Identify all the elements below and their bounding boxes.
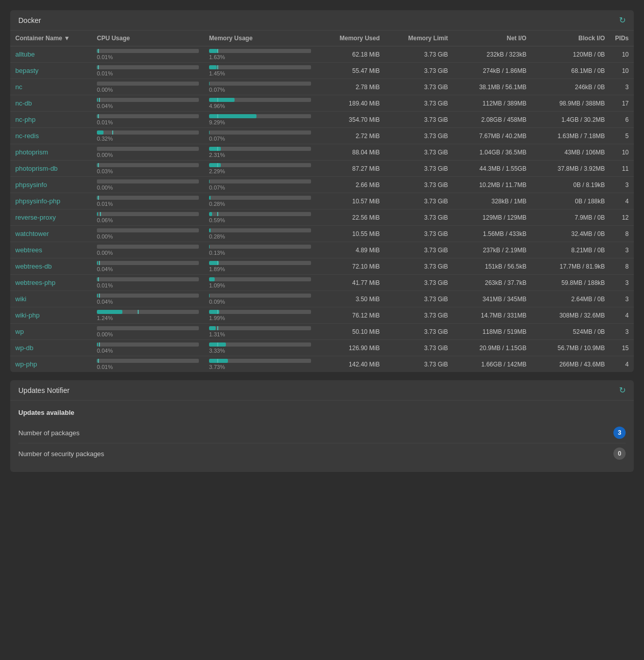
mem-bar-label: 1.45% bbox=[209, 70, 311, 76]
cpu-bar-wrapper: 0.06% bbox=[97, 212, 199, 223]
memory-used-value: 126.90 MiB bbox=[316, 340, 385, 356]
mem-bar-cell: 0.09% bbox=[204, 291, 316, 307]
container-name: nc bbox=[10, 79, 92, 95]
cpu-bar-track bbox=[97, 277, 199, 281]
cpu-bar-marker bbox=[98, 277, 99, 281]
memory-used-value: 189.40 MiB bbox=[316, 95, 385, 112]
cpu-bar-label: 0.04% bbox=[97, 266, 199, 272]
cpu-bar-wrapper: 0.01% bbox=[97, 49, 199, 60]
cpu-bar-label: 0.00% bbox=[97, 152, 199, 158]
cpu-bar-track bbox=[97, 147, 199, 151]
memory-limit-value: 3.73 GiB bbox=[385, 291, 453, 307]
cpu-bar-wrapper: 0.01% bbox=[97, 196, 199, 207]
cpu-bar-track bbox=[97, 98, 199, 102]
mem-bar-wrapper: 1.89% bbox=[209, 261, 311, 272]
mem-bar-marker bbox=[217, 49, 218, 53]
docker-refresh-icon[interactable]: ↻ bbox=[619, 15, 626, 25]
table-row: bepasty 0.01% 1.45% 55.47 MiB 3.73 GiB 2… bbox=[10, 63, 634, 79]
cpu-bar-track bbox=[97, 179, 199, 183]
mem-bar-wrapper: 0.07% bbox=[209, 130, 311, 142]
block-io-value: 1.63MB / 7.18MB bbox=[531, 128, 610, 144]
memory-used-value: 2.78 MiB bbox=[316, 79, 385, 95]
mem-bar-wrapper: 0.28% bbox=[209, 228, 311, 240]
memory-used-value: 2.66 MiB bbox=[316, 177, 385, 193]
cpu-bar-label: 0.04% bbox=[97, 348, 199, 354]
mem-bar-track bbox=[209, 212, 311, 216]
memory-used-value: 41.77 MiB bbox=[316, 275, 385, 291]
pids-value: 3 bbox=[610, 242, 634, 258]
mem-bar-fill bbox=[209, 49, 217, 53]
memory-used-value: 10.57 MiB bbox=[316, 193, 385, 209]
cpu-bar-cell: 0.01% bbox=[92, 193, 204, 209]
memory-used-value: 10.55 MiB bbox=[316, 226, 385, 242]
cpu-bar-wrapper: 0.04% bbox=[97, 261, 199, 272]
table-row: wp 0.00% 1.31% 50.10 MiB 3.73 GiB 118MB … bbox=[10, 324, 634, 340]
cpu-bar-wrapper: 0.04% bbox=[97, 342, 199, 354]
cpu-bar-marker bbox=[98, 196, 99, 200]
cpu-bar-track bbox=[97, 342, 199, 347]
mem-bar-track bbox=[209, 179, 311, 183]
mem-bar-track bbox=[209, 147, 311, 151]
cpu-bar-cell: 0.00% bbox=[92, 144, 204, 161]
mem-bar-marker bbox=[217, 65, 218, 69]
pids-value: 4 bbox=[610, 356, 634, 373]
net-io-value: 2.08GB / 458MB bbox=[453, 112, 532, 128]
cpu-bar-cell: 0.04% bbox=[92, 258, 204, 275]
mem-bar-wrapper: 0.07% bbox=[209, 179, 311, 191]
container-name: photoprism bbox=[10, 144, 92, 161]
cpu-bar-track bbox=[97, 163, 199, 167]
cpu-bar-wrapper: 0.04% bbox=[97, 98, 199, 109]
pids-value: 8 bbox=[610, 226, 634, 242]
mem-bar-cell: 0.13% bbox=[204, 242, 316, 258]
mem-bar-track bbox=[209, 163, 311, 167]
container-name: webtrees-db bbox=[10, 258, 92, 275]
net-io-value: 10.2MB / 11.7MB bbox=[453, 177, 532, 193]
update-badge: 0 bbox=[613, 447, 626, 460]
memory-limit-value: 3.73 GiB bbox=[385, 258, 453, 275]
memory-used-value: 88.04 MiB bbox=[316, 144, 385, 161]
memory-limit-value: 3.73 GiB bbox=[385, 177, 453, 193]
mem-bar-fill bbox=[209, 179, 210, 183]
mem-bar-marker bbox=[217, 342, 218, 347]
net-io-value: 328kB / 1MB bbox=[453, 193, 532, 209]
cpu-bar-fill bbox=[97, 261, 98, 265]
memory-limit-value: 3.73 GiB bbox=[385, 95, 453, 112]
cpu-bar-label: 0.01% bbox=[97, 70, 199, 76]
mem-bar-marker bbox=[217, 147, 218, 151]
net-io-value: 1.56MB / 433kB bbox=[453, 226, 532, 242]
table-row: webtrees-db 0.04% 1.89% 72.10 MiB 3.73 G… bbox=[10, 258, 634, 275]
mem-bar-label: 2.29% bbox=[209, 168, 311, 174]
cpu-bar-label: 0.01% bbox=[97, 364, 199, 370]
updates-refresh-icon[interactable]: ↻ bbox=[619, 385, 626, 395]
net-io-value: 341MB / 345MB bbox=[453, 291, 532, 307]
cpu-bar-track bbox=[97, 228, 199, 232]
cpu-bar-wrapper: 0.04% bbox=[97, 294, 199, 305]
cpu-bar-track bbox=[97, 82, 199, 86]
cpu-bar-marker bbox=[99, 98, 100, 102]
cpu-bar-label: 0.00% bbox=[97, 331, 199, 337]
mem-bar-wrapper: 0.09% bbox=[209, 294, 311, 305]
mem-bar-fill bbox=[209, 147, 221, 151]
block-io-value: 120MB / 0B bbox=[531, 46, 610, 63]
container-name: alltube bbox=[10, 46, 92, 63]
cpu-bar-fill bbox=[97, 98, 98, 102]
memory-used-value: 55.47 MiB bbox=[316, 63, 385, 79]
table-row: watchtower 0.00% 0.28% 10.55 MiB 3.73 Gi… bbox=[10, 226, 634, 242]
mem-bar-label: 1.63% bbox=[209, 54, 311, 60]
mem-bar-track bbox=[209, 130, 311, 135]
mem-bar-wrapper: 2.31% bbox=[209, 147, 311, 158]
cpu-bar-track bbox=[97, 114, 199, 118]
memory-used-value: 62.18 MiB bbox=[316, 46, 385, 63]
mem-bar-fill bbox=[209, 245, 210, 249]
pids-value: 15 bbox=[610, 340, 634, 356]
updates-body: Updates available Number of packages 3 N… bbox=[10, 401, 634, 472]
mem-bar-track bbox=[209, 326, 311, 330]
memory-limit-value: 3.73 GiB bbox=[385, 112, 453, 128]
cpu-bar-track bbox=[97, 65, 199, 69]
mem-bar-track bbox=[209, 114, 311, 118]
cpu-bar-track bbox=[97, 326, 199, 330]
mem-bar-wrapper: 9.29% bbox=[209, 114, 311, 125]
block-io-value: 266MB / 43.6MB bbox=[531, 356, 610, 373]
cpu-bar-cell: 0.06% bbox=[92, 209, 204, 226]
docker-card: Docker ↻ Container Name ▼ CPU Usage Memo… bbox=[10, 10, 634, 372]
